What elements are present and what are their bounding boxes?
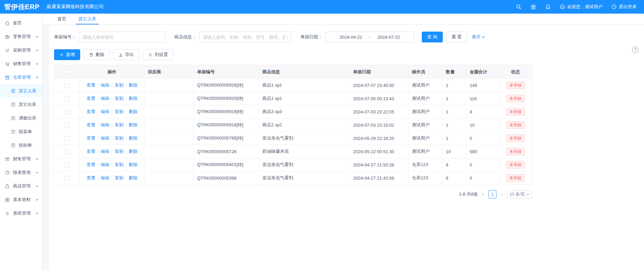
- copy-link[interactable]: 复制: [115, 149, 123, 154]
- sidebar-item-other-outbound[interactable]: 其它出库: [0, 98, 42, 111]
- user-icon: [560, 4, 565, 10]
- copy-link[interactable]: 复制: [115, 175, 123, 180]
- delete-link[interactable]: 删除: [129, 136, 138, 141]
- search-button[interactable]: 查 询: [422, 32, 443, 42]
- edit-link[interactable]: 编辑: [101, 162, 109, 167]
- view-link[interactable]: 查看: [86, 109, 95, 114]
- copy-link[interactable]: 复制: [115, 83, 123, 88]
- sidebar-item-home[interactable]: 首页: [0, 16, 42, 30]
- select-all-checkbox[interactable]: [65, 70, 69, 74]
- copy-link[interactable]: 复制: [115, 162, 123, 167]
- delete-link[interactable]: 删除: [129, 162, 138, 167]
- row-checkbox[interactable]: [65, 136, 69, 141]
- pie-chart-icon: [5, 170, 10, 175]
- add-button[interactable]: 新增: [54, 49, 80, 60]
- sidebar-item-other-inbound[interactable]: 其它入库: [0, 84, 42, 98]
- delete-link[interactable]: 删除: [129, 149, 138, 154]
- sidebar-item-label: 系统管理: [13, 210, 31, 216]
- edit-link[interactable]: 编辑: [101, 122, 109, 127]
- view-link[interactable]: 查看: [86, 83, 95, 88]
- chevron-down-icon: [35, 198, 39, 201]
- date-range-picker[interactable]: ~: [325, 32, 414, 42]
- row-checkbox[interactable]: [65, 110, 69, 114]
- sidebar-item-purchase[interactable]: 采购管理: [0, 43, 42, 57]
- sidebar-item-system[interactable]: 系统管理: [0, 206, 42, 220]
- view-link[interactable]: 查看: [86, 162, 95, 167]
- bank-icon[interactable]: [530, 4, 536, 10]
- delete-link[interactable]: 删除: [129, 109, 138, 114]
- edit-link[interactable]: 编辑: [101, 96, 109, 101]
- row-checkbox[interactable]: [65, 163, 69, 167]
- tab-home[interactable]: 首页: [51, 14, 72, 24]
- document-icon: [11, 143, 16, 148]
- view-link[interactable]: 查看: [86, 175, 95, 180]
- view-link[interactable]: 查看: [86, 122, 95, 127]
- column-settings-button[interactable]: 列设置: [143, 49, 173, 60]
- status-badge: 未审核: [506, 174, 525, 181]
- row-checkbox[interactable]: [65, 123, 69, 128]
- delete-link[interactable]: 删除: [129, 122, 138, 127]
- copy-link[interactable]: 复制: [115, 136, 123, 141]
- edit-link[interactable]: 编辑: [101, 83, 109, 88]
- sidebar-item-warehouse[interactable]: 仓库管理: [0, 71, 42, 84]
- delete-link[interactable]: 删除: [129, 175, 138, 180]
- row-checkbox[interactable]: [65, 83, 69, 88]
- sidebar-item-sales[interactable]: 销售管理: [0, 57, 42, 71]
- supplier-cell: [144, 172, 194, 185]
- expand-link[interactable]: 展开: [472, 34, 485, 40]
- search-icon[interactable]: [516, 4, 522, 10]
- sidebar-item-basic-data[interactable]: 基本资料: [0, 193, 42, 206]
- copy-link[interactable]: 复制: [115, 109, 123, 114]
- help-icon[interactable]: ?: [632, 47, 639, 53]
- bell-icon[interactable]: [545, 4, 551, 10]
- tab-bar: 首页 其它入库: [42, 14, 644, 25]
- logout-button[interactable]: 退出登录: [611, 4, 637, 10]
- prev-page-icon[interactable]: [481, 193, 485, 196]
- chevron-up-icon: [35, 76, 39, 79]
- sidebar-item-finance[interactable]: 财务管理: [0, 152, 42, 166]
- product-cell: 商品2 sp2: [259, 119, 350, 132]
- header-qty: 数量: [442, 65, 466, 79]
- view-link[interactable]: 查看: [86, 149, 95, 154]
- edit-link[interactable]: 编辑: [101, 136, 109, 141]
- status-badge: 未审核: [506, 108, 525, 115]
- supplier-cell: [144, 92, 194, 105]
- delete-link[interactable]: 删除: [129, 83, 138, 88]
- sidebar-item-disassembly[interactable]: 拆卸单: [0, 139, 42, 152]
- export-button[interactable]: 导出: [113, 49, 139, 60]
- sidebar-item-reports[interactable]: 报表查询: [0, 166, 42, 179]
- next-page-icon[interactable]: [500, 193, 504, 196]
- sidebar-item-retail[interactable]: 零售管理: [0, 30, 42, 43]
- date-from-input[interactable]: [334, 35, 367, 40]
- row-checkbox[interactable]: [65, 149, 69, 154]
- sidebar-item-transfer-outbound[interactable]: 调拨出库: [0, 111, 42, 125]
- table-row: 查看|编辑|复制|删除 QTRK00000005919[转] 商品3 sp3 2…: [54, 105, 532, 119]
- amount-cell: 0: [466, 158, 499, 172]
- edit-link[interactable]: 编辑: [101, 149, 109, 154]
- delete-link[interactable]: 删除: [129, 96, 138, 101]
- copy-link[interactable]: 复制: [115, 96, 123, 101]
- copy-link[interactable]: 复制: [115, 122, 123, 127]
- view-link[interactable]: 查看: [86, 96, 95, 101]
- reset-button[interactable]: 重 置: [446, 32, 467, 42]
- doc-no-input[interactable]: [79, 32, 166, 42]
- user-menu[interactable]: 欢迎您，测试用户: [560, 4, 603, 10]
- page-size-select[interactable]: 10 条/页: [507, 190, 532, 198]
- edit-link[interactable]: 编辑: [101, 109, 109, 114]
- tab-other-inbound[interactable]: 其它入库: [72, 14, 102, 24]
- header-amount: 金额合计: [466, 65, 499, 79]
- status-badge: 未审核: [506, 121, 525, 128]
- row-checkbox[interactable]: [65, 96, 69, 101]
- table-row: 查看|编辑|复制|删除 QTRK00000005926[转] 商品1 sp1 2…: [54, 79, 532, 92]
- edit-link[interactable]: 编辑: [101, 175, 109, 180]
- delete-button[interactable]: 删除: [84, 49, 110, 60]
- sidebar-item-label: 财务管理: [13, 156, 31, 162]
- product-cell: 雷达杀虫气雾剂: [259, 172, 350, 185]
- sidebar-item-assembly[interactable]: 组装单: [0, 125, 42, 139]
- product-info-input[interactable]: [199, 32, 292, 42]
- date-to-input[interactable]: [372, 35, 405, 40]
- row-checkbox[interactable]: [65, 176, 69, 181]
- sidebar-item-goods[interactable]: 商品管理: [0, 179, 42, 193]
- view-link[interactable]: 查看: [86, 136, 95, 141]
- page-number[interactable]: 1: [488, 190, 497, 198]
